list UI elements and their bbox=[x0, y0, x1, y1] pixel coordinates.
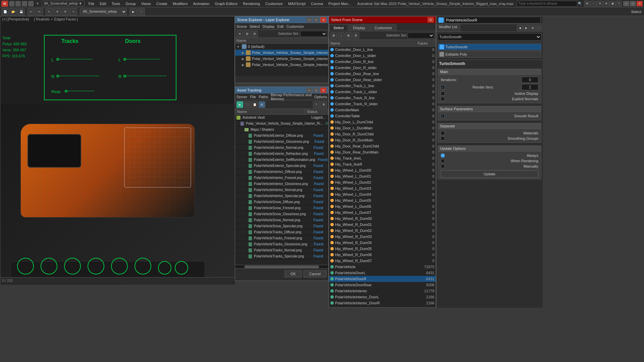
sfs-obj-36[interactable]: PolarVehicle 71675 bbox=[329, 264, 436, 270]
at-menu-options[interactable]: Options bbox=[314, 95, 327, 99]
menu-maxscript[interactable]: MAXScript bbox=[285, 1, 308, 6]
sfs-obj-12[interactable]: Hip_Door_L_DumChild 0 bbox=[329, 119, 436, 125]
menu-group[interactable]: Group bbox=[123, 1, 139, 6]
sfs-obj-38[interactable]: PolarVehicleDoorR 6431 bbox=[329, 276, 436, 282]
at-scrollbar[interactable] bbox=[235, 265, 328, 268]
tb-reference-dropdown[interactable]: AK_Screenshot_wrksp bbox=[80, 8, 127, 15]
at-row-22[interactable]: PolarVehicleTracks_Normal.png Found bbox=[235, 247, 328, 253]
menu-rendering[interactable]: Rendering bbox=[240, 1, 263, 6]
tb-save[interactable]: 💾 bbox=[17, 8, 25, 15]
at-row-23[interactable]: PolarVehicleTracks_Specular.png Found bbox=[235, 253, 328, 259]
sfs-obj-9[interactable]: Controller_Track_R_slider 0 bbox=[329, 101, 436, 107]
at-tb3[interactable]: 📋 bbox=[251, 101, 258, 108]
tb-scale[interactable]: ⤡ bbox=[70, 8, 77, 15]
sfs-obj-34[interactable]: Hip_Wheel_R_Dum06 0 bbox=[329, 252, 436, 258]
search-input[interactable] bbox=[517, 1, 577, 7]
se-menu-display[interactable]: Display bbox=[263, 24, 275, 28]
se-layer-0[interactable]: ▼ 0 (default) bbox=[235, 44, 328, 50]
at-menu-server[interactable]: Server bbox=[236, 95, 247, 99]
se-obj-2[interactable]: ▶ Polar_Venturi_Vehicle_Snowy_Simple_Int… bbox=[235, 56, 328, 62]
at-row-19[interactable]: PolarVehicleTracks_Diffuse.png Found bbox=[235, 229, 328, 235]
at-content[interactable]: Autodesk Vault Logged... Polar_Venturi_V… bbox=[235, 115, 328, 265]
se-menu-edit[interactable]: Edit bbox=[277, 24, 284, 28]
menu-customize[interactable]: Customize bbox=[263, 1, 285, 6]
menu-views[interactable]: Views bbox=[139, 1, 154, 6]
tb-select[interactable]: ↖ bbox=[46, 8, 53, 15]
menu-project-man[interactable]: Project Man... bbox=[326, 1, 354, 6]
se-tb2[interactable]: ⊞ bbox=[244, 31, 251, 37]
project-dropdown[interactable]: AK_Screenshot_wrksp ▼ bbox=[42, 1, 85, 6]
sfs-tab-select[interactable]: Select bbox=[329, 24, 348, 31]
sfs-obj-14[interactable]: Hip_Door_R_DumChild 0 bbox=[329, 131, 436, 137]
sfs-obj-39[interactable]: PolarVehicleDoorRear 9206 bbox=[329, 282, 436, 288]
se-obj-1[interactable]: ▶ Polar_Venturi_Vehicle_Snowy_Simple_Int… bbox=[235, 50, 328, 56]
rp-iterations-input[interactable] bbox=[522, 77, 538, 83]
sfs-selset-dropdown[interactable] bbox=[408, 33, 434, 39]
menu-create[interactable]: Create bbox=[154, 1, 170, 6]
sfs-tb4[interactable]: ⚙ bbox=[353, 32, 359, 39]
rp-color-swatch[interactable] bbox=[438, 17, 444, 23]
se-menu-select[interactable]: Select bbox=[250, 24, 260, 28]
sfs-obj-0[interactable]: Controller_Door_L_line 0 bbox=[329, 47, 436, 53]
tb-render2[interactable]: ⬛ bbox=[138, 8, 145, 15]
at-row-8[interactable]: PolarVehicleExterior_Specular.png Found bbox=[235, 163, 328, 169]
sfs-obj-40[interactable]: PolarVehicleInterior 11778 bbox=[329, 288, 436, 294]
at-minimize[interactable]: ─ bbox=[306, 87, 312, 93]
tb-new[interactable]: 📄 bbox=[1, 8, 9, 15]
rp-mod-edpoly[interactable]: Editable Poly bbox=[438, 51, 541, 58]
at-row-15[interactable]: PolarVehicleSnow_Fresnel.png Found bbox=[235, 205, 328, 211]
at-tb1[interactable]: ▶ bbox=[236, 101, 243, 108]
tb-open[interactable]: 📂 bbox=[9, 8, 17, 15]
rp-nav3[interactable]: ⊞ bbox=[530, 25, 536, 31]
at-row-4[interactable]: PolarVehicleExterior_Glossiness.png Foun… bbox=[235, 139, 328, 145]
rp-section-main-header[interactable]: Main bbox=[438, 69, 541, 75]
at-help[interactable]: ? bbox=[313, 101, 320, 108]
sfs-obj-29[interactable]: Hip_Wheel_R_Dum01 0 bbox=[329, 222, 436, 228]
sfs-obj-23[interactable]: Hip_Wheel_L_Dum03 0 bbox=[329, 185, 436, 191]
tb-render[interactable]: ▶ bbox=[129, 8, 137, 15]
sfs-obj-33[interactable]: Hip_Wheel_R_Dum05 0 bbox=[329, 246, 436, 252]
sfs-obj-35[interactable]: Hip_Wheel_R_Dum07 0 bbox=[329, 258, 436, 264]
rp-materials-check[interactable] bbox=[441, 131, 445, 135]
rp-explicit-check[interactable] bbox=[441, 97, 445, 101]
rp-render-iters-check[interactable] bbox=[441, 85, 445, 89]
close-button[interactable]: ✕ bbox=[637, 1, 643, 6]
at-row-7[interactable]: PolarVehicleExterior_SelfIllumination.pn… bbox=[235, 157, 328, 163]
sfs-obj-2[interactable]: Controller_Door_R_line 0 bbox=[329, 59, 436, 65]
sfs-obj-5[interactable]: Controller_Door_Rear_slider 0 bbox=[329, 77, 436, 83]
sfs-obj-28[interactable]: Hip_Wheel_R_Dum00 0 bbox=[329, 216, 436, 222]
rp-manually-radio[interactable] bbox=[441, 164, 445, 168]
sfs-obj-1[interactable]: Controller_Door_L_slider 0 bbox=[329, 53, 436, 59]
sfs-tab-display[interactable]: Display bbox=[349, 24, 370, 31]
at-row-11[interactable]: PolarVehicleInterior_Glossiness.png Foun… bbox=[235, 181, 328, 187]
menu-tools[interactable]: Tools bbox=[109, 1, 123, 6]
tr-icon-1[interactable]: ⊞ bbox=[584, 1, 590, 7]
tb-redo[interactable]: ↪ bbox=[36, 8, 43, 15]
se-tb3[interactable]: ⚙ bbox=[251, 31, 258, 37]
rp-nav4[interactable]: ⬛ bbox=[536, 25, 542, 31]
at-row-5[interactable]: PolarVehicleExterior_Normal.png Found bbox=[235, 145, 328, 151]
sfs-tab-customize[interactable]: Customize bbox=[370, 24, 396, 31]
rp-render-iters-input[interactable] bbox=[522, 84, 538, 90]
se-selset-dropdown[interactable] bbox=[300, 31, 327, 37]
menu-graph-editors[interactable]: Graph Editors bbox=[212, 1, 240, 6]
minimize-button[interactable]: ─ bbox=[623, 1, 629, 6]
se-close[interactable]: ✕ bbox=[320, 17, 326, 22]
rp-nav2[interactable]: ▶ bbox=[523, 25, 529, 31]
sfs-obj-6[interactable]: Controller_Track_L_line 0 bbox=[329, 83, 436, 89]
tb-move[interactable]: ✛ bbox=[54, 8, 61, 15]
sfs-obj-7[interactable]: Controller_Track_L_slider 0 bbox=[329, 89, 436, 95]
at-row-2[interactable]: Maps / Shaders bbox=[235, 127, 328, 133]
at-row-6[interactable]: PolarVehicleExterior_Refraction.png Foun… bbox=[235, 151, 328, 157]
at-row-14[interactable]: PolarVehicleSnow_Diffuse.png Found bbox=[235, 199, 328, 205]
rp-always-radio[interactable] bbox=[441, 154, 445, 158]
se-maximize[interactable]: □ bbox=[313, 17, 319, 22]
menu-file[interactable]: File bbox=[86, 1, 97, 6]
tb-undo[interactable]: ↩ bbox=[28, 8, 35, 15]
rp-section-separate-header[interactable]: Separate bbox=[438, 123, 541, 129]
at-row-20[interactable]: PolarVehicleTracks_Fresnel.png Found bbox=[235, 235, 328, 241]
sfs-tb3[interactable]: ⊞ bbox=[345, 32, 352, 39]
sfs-obj-26[interactable]: Hip_Wheel_L_Dum06 0 bbox=[329, 203, 436, 209]
sfs-obj-17[interactable]: Hip_Door_Rear_DumMain 0 bbox=[329, 149, 436, 155]
rp-modifier-dropdown[interactable]: TurboSmooth bbox=[438, 33, 541, 41]
